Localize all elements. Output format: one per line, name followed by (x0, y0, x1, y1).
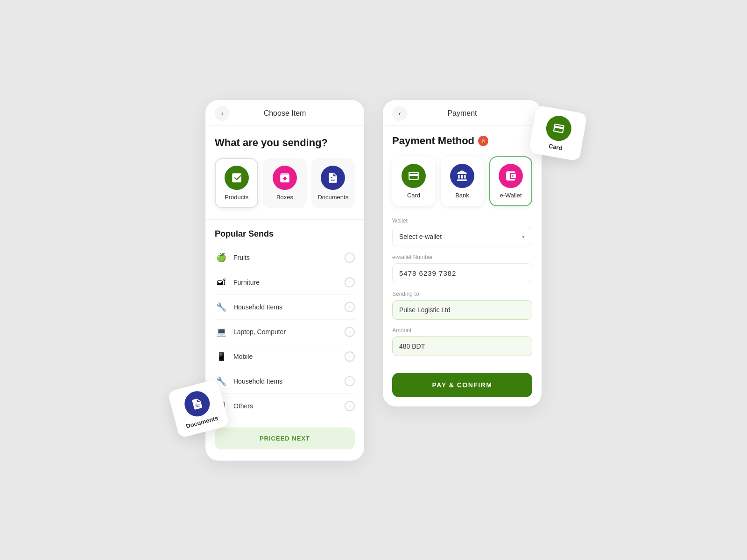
fruits-label: Fruits (233, 254, 345, 261)
floating-card-card: Card (529, 105, 587, 161)
payment-method-section: Payment Method 🔒 Card (383, 126, 542, 206)
furniture-label: Furniture (233, 279, 345, 286)
documents-label: Documents (317, 194, 348, 201)
list-item[interactable]: 📋 Others ○ (215, 394, 355, 418)
household1-label: Household Items (233, 303, 345, 311)
card-method-label: Card (407, 192, 420, 199)
item-type-boxes[interactable]: Boxes (263, 158, 306, 208)
mobile-label: Mobile (233, 353, 345, 360)
furniture-icon: 🛋 (215, 276, 228, 289)
laptop-check: ○ (345, 327, 355, 337)
bank-method-label: Bank (455, 192, 469, 199)
household2-label: Household Items (233, 378, 345, 385)
wallet-group: Wallet Select e-wallet (392, 217, 532, 246)
documents-float-icon (190, 396, 204, 411)
floating-card-icon (552, 121, 566, 135)
payment-heading: Payment Method (392, 135, 474, 147)
ewallet-number-label: e-wallet Number (392, 254, 532, 260)
list-item[interactable]: 🔧 Household Items ○ (215, 369, 355, 394)
floating-card-label: Card (548, 142, 563, 152)
payment-title: Payment (447, 109, 477, 118)
wallet-select-wrapper: Select e-wallet (392, 227, 532, 246)
ewallet-number-group: e-wallet Number (392, 254, 532, 283)
mobile-check: ○ (345, 351, 355, 362)
payment-methods-row: Card Bank (392, 156, 532, 206)
bank-icon (456, 170, 468, 182)
payment-back-button[interactable]: ‹ (392, 106, 407, 121)
household1-icon: 🔧 (215, 301, 228, 314)
choose-item-header: ‹ Choose Item (205, 100, 364, 126)
laptop-label: Laptop, Computer (233, 328, 345, 336)
payment-header: ‹ Payment (383, 100, 542, 126)
item-type-documents[interactable]: Documents (311, 158, 355, 208)
sending-to-group: Sending to (392, 291, 532, 320)
others-check: ○ (345, 401, 355, 411)
wallet-label: Wallet (392, 217, 532, 224)
products-label: Products (225, 194, 248, 201)
amount-group: Amount (392, 327, 532, 356)
mobile-icon: 📱 (215, 350, 228, 363)
proceed-button[interactable]: PRICEED NEXT (215, 427, 355, 449)
floating-card-icon-circle (544, 113, 574, 143)
pay-confirm-button[interactable]: PAY & CONFIRM (392, 373, 532, 397)
item-type-grid: Products Boxes (215, 158, 355, 208)
fruits-icon: 🍏 (215, 251, 228, 264)
sending-to-label: Sending to (392, 291, 532, 297)
boxes-icon-circle (273, 166, 297, 190)
documents-icon-circle (321, 166, 345, 190)
divider-1 (205, 219, 364, 220)
ewallet-number-input[interactable] (392, 263, 532, 283)
popular-heading: Popular Sends (215, 229, 355, 239)
list-item[interactable]: 🍏 Fruits ○ (215, 245, 355, 270)
card-icon-circle (402, 164, 426, 188)
payment-panel: ‹ Payment Payment Method 🔒 Card (383, 100, 542, 406)
payment-method-ewallet[interactable]: e-Wallet (489, 156, 532, 206)
floating-documents-label: Documents (185, 414, 219, 430)
choose-item-heading: What are you sending? (215, 137, 355, 149)
boxes-label: Boxes (276, 194, 293, 201)
household1-check: ○ (345, 302, 355, 312)
payment-heading-row: Payment Method 🔒 (392, 135, 532, 147)
popular-list: 🍏 Fruits ○ 🛋 Furniture ○ 🔧 Household Ite… (215, 245, 355, 418)
products-icon (231, 172, 243, 184)
others-label: Others (233, 402, 345, 410)
ewallet-icon (505, 170, 517, 182)
fruits-check: ○ (345, 252, 355, 263)
ewallet-method-label: e-Wallet (500, 192, 521, 199)
list-item[interactable]: 📱 Mobile ○ (215, 344, 355, 369)
choose-item-body: What are you sending? Products (205, 126, 364, 461)
furniture-check: ○ (345, 277, 355, 287)
card-icon (408, 170, 420, 182)
list-item[interactable]: 🔧 Household Items ○ (215, 295, 355, 320)
documents-icon (327, 172, 339, 184)
ewallet-icon-circle (499, 164, 523, 188)
payment-form: Wallet Select e-wallet e-wallet Number S… (383, 217, 542, 373)
amount-label: Amount (392, 327, 532, 334)
list-item[interactable]: 💻 Laptop, Computer ○ (215, 320, 355, 344)
choose-item-back-button[interactable]: ‹ (215, 106, 230, 121)
payment-method-bank[interactable]: Bank (441, 156, 484, 206)
amount-input[interactable] (392, 336, 532, 356)
item-type-products[interactable]: Products (215, 158, 258, 208)
household2-check: ○ (345, 376, 355, 386)
choose-item-panel: ‹ Choose Item What are you sending? Prod… (205, 100, 364, 461)
payment-method-card[interactable]: Card (392, 156, 435, 206)
bank-icon-circle (450, 164, 474, 188)
laptop-icon: 💻 (215, 325, 228, 338)
wallet-select[interactable]: Select e-wallet (392, 227, 532, 246)
products-icon-circle (225, 166, 249, 190)
list-item[interactable]: 🛋 Furniture ○ (215, 270, 355, 295)
page-wrapper: Documents ‹ Choose Item What are you sen… (187, 72, 560, 489)
sending-to-input[interactable] (392, 300, 532, 320)
lock-icon: 🔒 (478, 136, 488, 146)
boxes-icon (279, 172, 291, 184)
choose-item-title: Choose Item (264, 109, 306, 118)
